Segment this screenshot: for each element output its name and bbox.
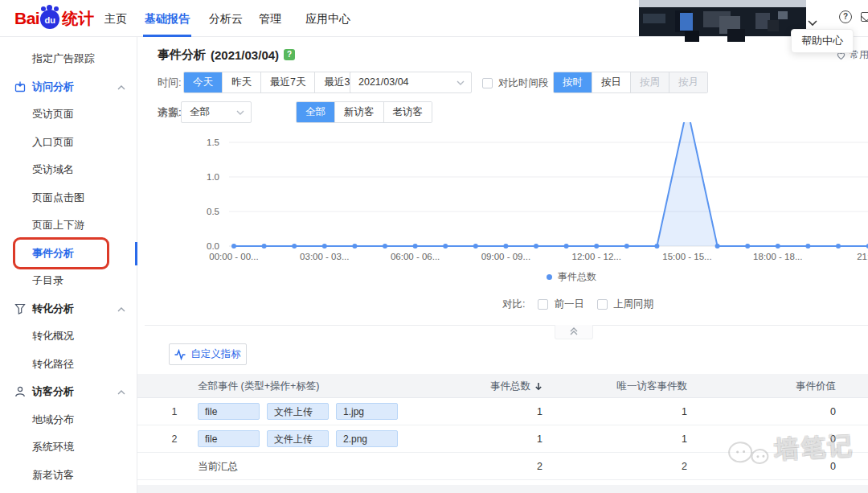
sidebar-item-system-environment[interactable]: 系统环境 xyxy=(0,433,137,462)
sidebar-item-visited-domains[interactable]: 受访域名 xyxy=(0,156,137,184)
pulse-icon xyxy=(174,349,186,360)
collapse-chart-button[interactable] xyxy=(555,325,593,339)
time-filter-row: 时间: 今天 昨天 最近7天 最近30天 2021/03/04 对比时间段 按时… xyxy=(137,72,868,93)
chart-legend[interactable]: 事件总数 xyxy=(226,270,868,284)
time-range-last7days-button[interactable]: 最近7天 xyxy=(260,72,314,92)
compare-period-checkbox[interactable] xyxy=(482,78,493,88)
visitor-returning-button[interactable]: 老访客 xyxy=(383,102,432,122)
nav-item-analysis-cloud[interactable]: 分析云 xyxy=(209,0,243,37)
x-axis-tick-label: 12:00 - 12... xyxy=(552,252,641,261)
compare-period-label: 对比时间段 xyxy=(498,76,549,90)
time-range-today-button[interactable]: 今天 xyxy=(184,72,222,92)
x-axis-tick-label: 21:00 xyxy=(825,252,868,261)
event-type-tag[interactable]: file xyxy=(198,403,260,420)
compare-last-week-option[interactable]: 上周同期 xyxy=(597,298,653,311)
sidebar-section-visit-analysis[interactable]: 访问分析 xyxy=(0,73,137,101)
nav-item-manage[interactable]: 管理 xyxy=(259,0,281,37)
sidebar-section-conversion-analysis[interactable]: 转化分析 xyxy=(0,295,137,323)
x-axis-tick-label: 18:00 - 18... xyxy=(734,252,822,261)
row-index: 1 xyxy=(168,398,181,425)
account-chevron-down-icon[interactable] xyxy=(808,15,817,30)
event-action-tag[interactable]: 文件上传 xyxy=(267,430,329,447)
compare-previous-day-option[interactable]: 前一日 xyxy=(538,298,584,311)
custom-metric-label: 自定义指标 xyxy=(190,347,241,361)
y-axis-tick-label: 1.0 xyxy=(184,172,219,182)
site-selector-redacted[interactable] xyxy=(639,0,806,36)
sidebar-item-event-analysis[interactable]: 事件分析 xyxy=(0,240,137,268)
column-header-events: 全部事件 (类型+操作+标签) xyxy=(198,374,319,398)
legend-series-dot xyxy=(547,274,552,280)
summary-value: 0 xyxy=(830,453,836,480)
page-title-date: (2021/03/04) xyxy=(211,48,279,62)
sidebar-item-entry-pages[interactable]: 入口页面 xyxy=(0,129,137,157)
cell-unique: 1 xyxy=(682,398,687,425)
page-title-row: 事件分析 (2021/03/04) ? xyxy=(158,47,295,63)
message-envelope-icon[interactable] xyxy=(861,12,868,22)
table-summary-row: 当前汇总 2 2 0 xyxy=(137,453,868,480)
sidebar-item-visited-pages[interactable]: 受访页面 xyxy=(0,101,137,129)
table-row[interactable]: 1 file 文件上传 1.jpg 1 1 0 xyxy=(137,398,868,425)
help-question-icon[interactable]: ? xyxy=(839,10,852,23)
time-range-yesterday-button[interactable]: 昨天 xyxy=(222,72,260,92)
compare-period-checkbox-row[interactable]: 对比时间段 xyxy=(482,76,549,90)
custom-metric-button[interactable]: 自定义指标 xyxy=(169,343,247,365)
column-header-unique-visitors[interactable]: 唯一访客事件数 xyxy=(617,374,688,398)
sidebar-item-conversion-path[interactable]: 转化路径 xyxy=(0,351,137,379)
x-axis-tick-label: 00:00 - 00... xyxy=(190,252,278,261)
nav-item-app-center[interactable]: 应用中心 xyxy=(305,0,350,37)
date-picker-value: 2021/03/04 xyxy=(358,76,409,88)
event-label-tag[interactable]: 1.jpg xyxy=(336,403,398,420)
granularity-daily-button[interactable]: 按日 xyxy=(592,72,630,92)
nav-item-home[interactable]: 主页 xyxy=(104,0,127,37)
page-help-badge-icon[interactable]: ? xyxy=(284,49,295,60)
row-index: 2 xyxy=(168,425,181,453)
event-type-tag[interactable]: file xyxy=(198,430,260,447)
chevron-up-icon xyxy=(117,307,125,312)
granularity-weekly-button: 按周 xyxy=(630,72,669,92)
visit-analysis-icon xyxy=(14,81,26,92)
event-action-tag[interactable]: 文件上传 xyxy=(267,403,329,420)
sidebar-item-page-click-map[interactable]: 页面点击图 xyxy=(0,184,137,212)
sidebar-item-geo-distribution[interactable]: 地域分布 xyxy=(0,406,137,434)
source-dropdown-value: 全部 xyxy=(190,106,210,117)
sidebar: 指定广告跟踪 访问分析 受访页面 入口页面 受访域名 页面点击图 页面上下游 事… xyxy=(0,37,137,493)
compare-previous-day-checkbox[interactable] xyxy=(538,299,548,310)
event-trend-line-chart[interactable] xyxy=(226,122,868,265)
funnel-icon xyxy=(14,303,26,314)
table-row[interactable]: 2 file 文件上传 2.png 1 1 0 xyxy=(137,425,868,453)
column-header-total[interactable]: 事件总数 xyxy=(490,374,542,398)
date-picker[interactable]: 2021/03/04 xyxy=(350,72,472,93)
double-chevron-up-icon xyxy=(569,327,579,336)
sidebar-item-ad-tracking[interactable]: 指定广告跟踪 xyxy=(0,45,137,73)
active-indicator-bar xyxy=(135,242,137,265)
sidebar-item-new-returning-visitors[interactable]: 新老访客 xyxy=(0,462,137,490)
summary-unique: 2 xyxy=(682,453,687,480)
table-footer-strip xyxy=(137,485,868,493)
main-content: 事件分析 (2021/03/04) ? 时间: 今天 昨天 最近7天 最近30天… xyxy=(137,37,868,493)
column-header-event-value[interactable]: 事件价值 xyxy=(796,374,836,398)
event-label-tag[interactable]: 2.png xyxy=(336,430,398,447)
help-center-tooltip: 帮助中心 xyxy=(791,29,854,53)
sidebar-item-subdirectory[interactable]: 子目录 xyxy=(0,267,137,295)
compare-last-week-checkbox[interactable] xyxy=(597,299,608,310)
source-filter-row: 来源: 全部 访客: 全部 新访客 老访客 xyxy=(137,101,868,123)
baidu-tongji-logo[interactable]: Bai du 统计 xyxy=(14,6,94,31)
visitor-new-button[interactable]: 新访客 xyxy=(334,102,383,122)
nav-item-basic-reports[interactable]: 基础报告 xyxy=(145,0,190,37)
source-dropdown[interactable]: 全部 xyxy=(181,101,252,123)
logo-text-tongji: 统计 xyxy=(62,8,94,30)
chevron-up-icon xyxy=(117,390,125,395)
granularity-hourly-button[interactable]: 按时 xyxy=(554,72,592,92)
visitor-all-button[interactable]: 全部 xyxy=(297,102,334,122)
chart-x-axis-labels: 00:00 - 00...03:00 - 03...06:00 - 06...0… xyxy=(137,252,868,263)
legend-series-label: 事件总数 xyxy=(558,271,596,282)
baidu-paw-icon: du xyxy=(40,10,59,29)
y-axis-tick-label: 0.5 xyxy=(184,207,219,216)
sidebar-item-conversion-overview[interactable]: 转化概况 xyxy=(0,323,137,351)
sidebar-section-visitor-analysis[interactable]: 访客分析 xyxy=(0,378,137,406)
sidebar-item-page-flow[interactable]: 页面上下游 xyxy=(0,212,137,240)
events-table-header: 全部事件 (类型+操作+标签) 事件总数 唯一访客事件数 事件价值 xyxy=(137,374,868,398)
cell-total: 1 xyxy=(537,425,542,453)
y-axis-tick-label: 0.0 xyxy=(184,241,219,251)
x-axis-tick-label: 03:00 - 03... xyxy=(280,252,369,261)
